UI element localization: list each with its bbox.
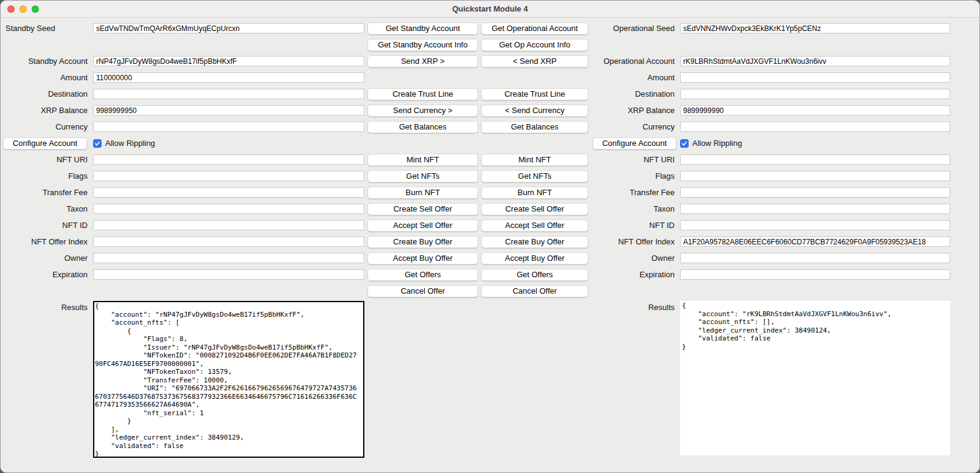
operational-amount-input[interactable] xyxy=(680,72,950,83)
standby-button-cell: Burn NFT xyxy=(367,187,478,199)
form-row: Cancel OfferCancel Offer xyxy=(1,283,979,299)
standby-field-cell xyxy=(93,89,364,99)
standby-field-cell xyxy=(93,105,364,116)
operational-destination-label: Destination xyxy=(588,89,678,98)
standby-field-cell xyxy=(93,187,364,198)
standby-allow-rippling-checkbox[interactable]: Allow Rippling xyxy=(93,139,364,148)
create-sell-offer-button-standby[interactable]: Create Sell Offer xyxy=(367,203,478,215)
standby-button-cell: Get Offers xyxy=(367,269,478,281)
operational-currency-input[interactable] xyxy=(680,122,950,132)
main-content: Standby SeedGet Standby AccountGet Opera… xyxy=(1,18,979,458)
operational-taxon-input[interactable] xyxy=(680,204,950,214)
standby-owner-input[interactable] xyxy=(93,253,364,263)
create-sell-offer-button-operational[interactable]: Create Sell Offer xyxy=(481,203,588,215)
send-currency-button-standby[interactable]: Send Currency > xyxy=(367,105,478,117)
get-operational-account-button-operational[interactable]: Get Operational Account xyxy=(481,22,588,35)
operational-account-input[interactable] xyxy=(680,56,950,66)
standby-nft-uri-input[interactable] xyxy=(93,154,364,165)
operational-field-cell xyxy=(680,220,950,230)
operational-configure-cell: Configure Account xyxy=(588,137,678,150)
standby-field-cell xyxy=(93,236,364,247)
get-standby-account-button-standby[interactable]: Get Standby Account xyxy=(367,22,478,35)
operational-expiration-input[interactable] xyxy=(680,269,950,280)
mint-nft-button-standby[interactable]: Mint NFT xyxy=(367,154,478,166)
operational-transfer-fee-input[interactable] xyxy=(680,187,950,198)
standby-taxon-input[interactable] xyxy=(93,204,364,214)
create-trust-line-button-standby[interactable]: Create Trust Line xyxy=(367,88,478,100)
operational-seed-input[interactable] xyxy=(680,23,950,33)
accept-sell-offer-button-operational[interactable]: Accept Sell Offer xyxy=(481,219,588,232)
send-xrp-button-operational[interactable]: < Send XRP xyxy=(481,55,588,67)
cancel-offer-button-operational[interactable]: Cancel Offer xyxy=(481,285,588,297)
standby-allow-rippling-checkbox-box[interactable] xyxy=(93,139,102,148)
form-row: Standby AccountSend XRP >< Send XRPOpera… xyxy=(1,53,979,69)
operational-allow-rippling-checkbox-box[interactable] xyxy=(680,139,689,148)
close-button[interactable] xyxy=(7,5,15,13)
form-row: CurrencyGet BalancesGet BalancesCurrency xyxy=(1,119,979,135)
get-op-account-info-button-operational[interactable]: Get Op Account Info xyxy=(481,39,588,51)
standby-nft-id-input[interactable] xyxy=(93,220,364,230)
standby-flags-label: Flags xyxy=(3,171,91,181)
accept-buy-offer-button-standby[interactable]: Accept Buy Offer xyxy=(367,252,478,264)
operational-field-cell xyxy=(680,236,950,247)
operational-flags-input[interactable] xyxy=(680,171,950,181)
standby-button-cell: Get Balances xyxy=(367,121,478,133)
operational-xrp-balance-input[interactable] xyxy=(680,105,950,116)
send-currency-button-operational[interactable]: < Send Currency xyxy=(481,105,588,117)
get-balances-button-standby[interactable]: Get Balances xyxy=(367,121,478,133)
standby-destination-input[interactable] xyxy=(93,89,364,99)
standby-transfer-fee-input[interactable] xyxy=(93,187,364,198)
operational-nft-id-input[interactable] xyxy=(680,220,950,230)
operational-configure-account-button[interactable]: Configure Account xyxy=(593,137,676,150)
standby-expiration-input[interactable] xyxy=(93,269,364,280)
zoom-button[interactable] xyxy=(32,5,39,13)
standby-rippling-cell: Allow Rippling xyxy=(93,139,364,148)
operational-nft-offer-index-input[interactable] xyxy=(680,236,950,247)
get-standby-account-info-button-standby[interactable]: Get Standby Account Info xyxy=(367,39,478,51)
standby-button-cell: Get NFTs xyxy=(367,170,478,182)
standby-field-cell xyxy=(93,171,364,181)
operational-allow-rippling-checkbox[interactable]: Allow Rippling xyxy=(680,139,950,148)
create-trust-line-button-operational[interactable]: Create Trust Line xyxy=(481,88,588,100)
operational-results-textarea[interactable]: { "account": "rK9LBRhStdmtAaVdJXGVF1LnKW… xyxy=(680,301,950,455)
form-row: OwnerAccept Buy OfferAccept Buy OfferOwn… xyxy=(1,250,979,266)
operational-results-cell: { "account": "rK9LBRhStdmtAaVdJXGVF1LnKW… xyxy=(680,301,950,455)
cancel-offer-button-standby[interactable]: Cancel Offer xyxy=(367,285,478,297)
get-offers-button-standby[interactable]: Get Offers xyxy=(367,269,478,281)
title-bar: Quickstart Module 4 xyxy=(1,1,979,18)
operational-owner-input[interactable] xyxy=(680,253,950,263)
get-nfts-button-standby[interactable]: Get NFTs xyxy=(367,170,478,182)
operational-seed-label: Operational Seed xyxy=(588,24,678,33)
standby-owner-label: Owner xyxy=(3,254,91,263)
operational-nft-offer-index-label: NFT Offer Index xyxy=(588,237,678,246)
standby-flags-input[interactable] xyxy=(93,171,364,181)
mint-nft-button-operational[interactable]: Mint NFT xyxy=(481,154,588,166)
get-balances-button-operational[interactable]: Get Balances xyxy=(481,121,588,133)
get-nfts-button-operational[interactable]: Get NFTs xyxy=(481,170,588,182)
send-xrp-button-standby[interactable]: Send XRP > xyxy=(367,55,478,67)
accept-sell-offer-button-standby[interactable]: Accept Sell Offer xyxy=(367,219,478,232)
form-row: DestinationCreate Trust LineCreate Trust… xyxy=(1,86,979,102)
standby-seed-input[interactable] xyxy=(93,23,364,33)
operational-taxon-label: Taxon xyxy=(588,204,678,213)
form-row: NFT Offer IndexCreate Buy OfferCreate Bu… xyxy=(1,233,979,250)
standby-account-input[interactable] xyxy=(93,56,364,66)
standby-amount-input[interactable] xyxy=(93,72,364,83)
standby-configure-account-button[interactable]: Configure Account xyxy=(3,137,87,150)
operational-amount-label: Amount xyxy=(588,73,678,82)
standby-currency-input[interactable] xyxy=(93,122,364,132)
form-row: XRP BalanceSend Currency >< Send Currenc… xyxy=(1,102,979,119)
operational-nft-uri-input[interactable] xyxy=(680,154,950,165)
create-buy-offer-button-operational[interactable]: Create Buy Offer xyxy=(481,236,588,248)
accept-buy-offer-button-operational[interactable]: Accept Buy Offer xyxy=(481,252,588,264)
standby-nft-offer-index-input[interactable] xyxy=(93,236,364,247)
burn-nft-button-operational[interactable]: Burn NFT xyxy=(481,187,588,199)
get-offers-button-operational[interactable]: Get Offers xyxy=(481,269,588,281)
standby-xrp-balance-input[interactable] xyxy=(93,105,364,116)
operational-field-cell xyxy=(680,253,950,263)
operational-destination-input[interactable] xyxy=(680,89,950,99)
minimize-button[interactable] xyxy=(19,5,27,13)
burn-nft-button-standby[interactable]: Burn NFT xyxy=(367,187,478,199)
standby-results-textarea[interactable]: { "account": "rNP47gJFvDyW8gsDo4weB17if5… xyxy=(93,301,364,458)
create-buy-offer-button-standby[interactable]: Create Buy Offer xyxy=(367,236,478,248)
